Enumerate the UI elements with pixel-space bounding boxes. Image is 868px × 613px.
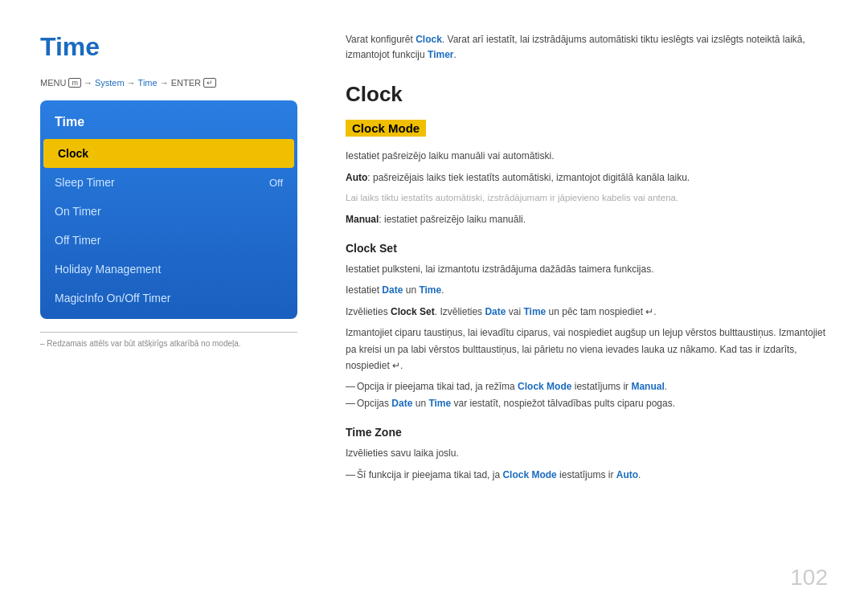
auto-dim-text: Lai laiks tiktu iestatīts automātiski, i… (346, 190, 828, 206)
clock-set-title: Clock Set (346, 242, 828, 255)
menu-item-on-timer[interactable]: On Timer (40, 197, 297, 226)
on-timer-label: On Timer (55, 205, 101, 218)
panel-title: Time (40, 107, 297, 139)
time-bold1: Time (419, 284, 441, 296)
date-bold3: Date (391, 398, 412, 409)
enter-label: ENTER (171, 78, 201, 88)
clockmode-bold1: Clock Mode (518, 381, 571, 392)
time-zone-note: Šī funkcija ir pieejama tikai tad, ja Cl… (346, 467, 828, 483)
menu-path: MENU m → System → Time → ENTER ↵ (40, 78, 297, 88)
clock-set-step2: Izvēlieties Clock Set. Izvēlieties Date … (346, 304, 828, 320)
auto-bold2: Auto (616, 469, 638, 480)
clock-set-step3: Izmantojiet ciparu taustiņus, lai ievadī… (346, 325, 828, 374)
right-column: Varat konfigurēt Clock. Varat arī iestat… (330, 32, 828, 581)
manual-text: Manual: iestatiet pašreizējo laiku manuā… (346, 211, 828, 227)
footnote: Redzamais attēls var būt atšķirīgs atkar… (40, 339, 297, 348)
time-zone-title: Time Zone (346, 426, 828, 439)
arrow3: → (160, 78, 169, 88)
page-title: Time (40, 32, 297, 62)
arrow1: → (84, 78, 92, 88)
menu-item-clock[interactable]: Clock (43, 139, 294, 168)
date-bold1: Date (382, 284, 403, 296)
menu-panel: Time Clock Sleep Timer Off On Timer Off … (40, 100, 297, 319)
time-label: Time (138, 78, 158, 88)
time-zone-intro: Izvēlieties savu laika joslu. (346, 445, 828, 461)
section-title: Clock (346, 82, 828, 107)
clock-set-step1: Iestatiet Date un Time. (346, 282, 828, 298)
clock-set-note1: Opcija ir pieejama tikai tad, ja režīma … (346, 378, 828, 394)
clockset-bold: Clock Set (391, 306, 435, 317)
manual-bold2: Manual (631, 381, 664, 392)
menu-item-sleep-timer[interactable]: Sleep Timer Off (40, 168, 297, 197)
clock-set-note2: Opcijas Date un Time var iestatīt, nospi… (346, 395, 828, 411)
off-timer-label: Off Timer (55, 234, 100, 247)
menu-item-magicinfo[interactable]: MagicInfo On/Off Timer (40, 284, 297, 313)
menu-icon: m (68, 78, 81, 88)
clock-set-intro: Iestatiet pulksteni, lai izmantotu izstr… (346, 261, 828, 277)
clock-mode-intro: Iestatiet pašreizējo laiku manuāli vai a… (346, 148, 828, 164)
magicinfo-label: MagicInfo On/Off Timer (55, 292, 170, 304)
menu-label: MENU (40, 78, 66, 88)
auto-text: Auto: pašreizējais laiks tiek iestatīts … (346, 170, 828, 186)
menu-item-off-timer[interactable]: Off Timer (40, 226, 297, 255)
manual-bold: Manual (346, 214, 379, 225)
time-bold2: Time (523, 306, 546, 317)
intro-text: Varat konfigurēt Clock. Varat arī iestat… (346, 32, 828, 63)
enter-icon: ↵ (203, 78, 216, 88)
page-number: 102 (790, 565, 828, 591)
arrow2: → (127, 78, 136, 88)
menu-item-holiday-management[interactable]: Holiday Management (40, 255, 297, 284)
date-bold2: Date (485, 306, 506, 317)
left-column: Time MENU m → System → Time → ENTER ↵ Ti… (40, 32, 297, 581)
clock-label: Clock (58, 147, 88, 160)
auto-bold: Auto (346, 172, 367, 183)
holiday-management-label: Holiday Management (55, 263, 161, 276)
time-bold3: Time (428, 398, 451, 409)
system-label: System (95, 78, 125, 88)
sleep-timer-label: Sleep Timer (55, 176, 115, 189)
clock-mode-highlight: Clock Mode (346, 120, 426, 137)
clockmode-bold2: Clock Mode (502, 469, 556, 480)
intro-bold-timer: Timer (428, 49, 453, 60)
sleep-timer-value: Off (269, 177, 283, 189)
divider (40, 332, 297, 333)
intro-bold-clock: Clock (416, 34, 442, 45)
